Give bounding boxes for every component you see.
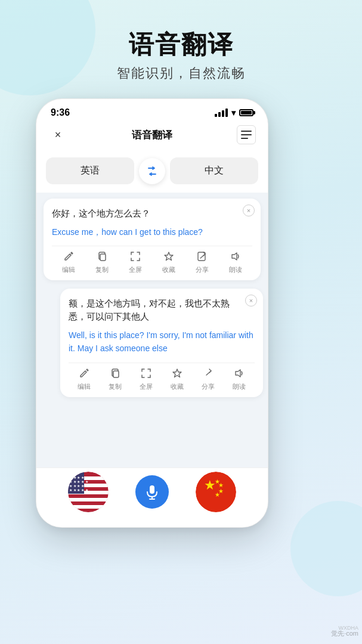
card-close-button-2[interactable]: × [245, 295, 257, 306]
action-label: 分享 [196, 265, 209, 274]
svg-text:★ ★ ★ ★ ★: ★ ★ ★ ★ ★ [69, 488, 88, 492]
app-header: × 语音翻译 [36, 123, 268, 151]
copy-icon [110, 368, 120, 380]
language-selector: 英语 中文 [36, 151, 268, 193]
action-label: 编辑 [62, 265, 75, 274]
svg-text:★ ★ ★ ★ ★: ★ ★ ★ ★ ★ [69, 480, 88, 484]
flag-cn-button[interactable]: ★ ★ ★ ★ ★ [196, 472, 236, 512]
action-sound-2[interactable]: 朗读 [233, 368, 246, 391]
action-label: 复制 [109, 382, 122, 391]
original-text-1: 你好，这个地方怎么去？ [52, 207, 252, 221]
action-copy-2[interactable]: 复制 [109, 368, 122, 391]
action-fullscreen-2[interactable]: 全屏 [140, 368, 153, 391]
mic-button[interactable] [135, 475, 169, 509]
svg-rect-9 [113, 371, 119, 377]
fullscreen-icon [130, 251, 141, 264]
action-sound-1[interactable]: 朗读 [229, 251, 242, 274]
watermark-site: 觉先·com [331, 629, 358, 638]
menu-icon[interactable] [237, 125, 256, 144]
action-label: 全屏 [129, 265, 142, 274]
page-title: 语音翻译 [0, 31, 362, 58]
sound-icon [234, 368, 245, 380]
status-time: 9:36 [51, 107, 70, 118]
action-share-1[interactable]: 分享 [196, 251, 209, 274]
action-label: 分享 [202, 382, 215, 391]
page-subtitle: 智能识别，自然流畅 [0, 64, 362, 82]
flag-us-button[interactable]: ★ ★ ★ ★ ★ ★ ★ ★ ★ ★ ★ ★ ★ ★ ★ ★ ★ ★ ★ ★ … [68, 472, 109, 512]
action-edit-2[interactable]: 编辑 [78, 368, 91, 391]
svg-marker-7 [232, 253, 237, 260]
battery-icon [239, 109, 253, 116]
target-language-button[interactable]: 中文 [170, 157, 258, 184]
star-icon [163, 251, 174, 264]
svg-text:★ ★ ★ ★ ★ ★: ★ ★ ★ ★ ★ ★ [69, 484, 92, 488]
source-language-button[interactable]: 英语 [46, 157, 134, 184]
sound-icon [230, 251, 241, 264]
bottom-bar: ★ ★ ★ ★ ★ ★ ★ ★ ★ ★ ★ ★ ★ ★ ★ ★ ★ ★ ★ ★ … [36, 467, 268, 527]
card-close-button-1[interactable]: × [243, 205, 255, 216]
star-icon [172, 368, 182, 380]
action-label: 复制 [95, 265, 109, 274]
action-label: 朗读 [233, 382, 246, 391]
chat-card-1: × 你好，这个地方怎么去？ Excuse me，how can I get to… [44, 199, 261, 280]
app-title: 语音翻译 [132, 128, 172, 142]
status-bar: 9:36 ▾ [36, 99, 268, 123]
close-button[interactable]: × [48, 125, 67, 144]
copy-icon [97, 251, 107, 264]
svg-text:★ ★ ★ ★ ★ ★: ★ ★ ★ ★ ★ ★ [69, 476, 92, 479]
original-text-2: 额，是这个地方吗，对不起，我也不太熟悉，可以问下其他人 [69, 297, 255, 324]
svg-rect-16 [68, 498, 109, 501]
action-edit-1[interactable]: 编辑 [62, 251, 75, 274]
action-label: 收藏 [162, 265, 175, 274]
share-icon [197, 251, 208, 264]
action-copy-1[interactable]: 复制 [95, 251, 109, 274]
svg-marker-5 [165, 252, 173, 261]
edit-icon [79, 368, 89, 380]
action-star-1[interactable]: 收藏 [162, 251, 175, 274]
card-actions-2: 编辑 复制 [69, 363, 255, 391]
action-label: 编辑 [78, 382, 91, 391]
action-share-2[interactable]: 分享 [202, 368, 215, 391]
translated-text-1: Excuse me，how can I get to this place? [52, 225, 252, 239]
svg-rect-17 [68, 505, 109, 509]
action-label: 全屏 [140, 382, 153, 391]
edit-icon [63, 251, 74, 264]
action-label: 朗读 [229, 265, 242, 274]
signal-icon [215, 109, 228, 117]
svg-rect-25 [150, 485, 154, 494]
action-fullscreen-1[interactable]: 全屏 [129, 251, 142, 274]
card-actions-1: 编辑 复制 [52, 246, 252, 274]
translated-text-2: Well, is it this place? I'm sorry, I'm n… [69, 329, 255, 355]
wifi-icon: ▾ [231, 108, 236, 117]
status-icons: ▾ [215, 108, 253, 117]
chat-area: × 你好，这个地方怎么去？ Excuse me，how can I get to… [36, 193, 268, 485]
phone-frame: 9:36 ▾ × 语音翻译 [36, 98, 268, 528]
chat-card-2: × 额，是这个地方吗，对不起，我也不太熟悉，可以问下其他人 Well, is i… [60, 289, 263, 397]
svg-rect-4 [100, 254, 106, 261]
swap-language-button[interactable] [139, 158, 165, 184]
fullscreen-icon [141, 368, 151, 380]
svg-rect-0 [241, 131, 252, 132]
svg-rect-1 [241, 134, 252, 135]
phone-mockup: 9:36 ▾ × 语音翻译 [36, 98, 274, 552]
share-icon [203, 368, 214, 380]
svg-marker-10 [173, 369, 181, 377]
svg-text:★: ★ [204, 478, 216, 493]
action-label: 收藏 [171, 382, 184, 391]
action-star-2[interactable]: 收藏 [171, 368, 184, 391]
svg-rect-2 [241, 138, 248, 139]
bg-decoration-br [290, 501, 362, 596]
svg-text:★: ★ [215, 491, 220, 498]
page-header: 语音翻译 智能识别，自然流畅 [0, 0, 362, 94]
svg-marker-11 [236, 370, 240, 377]
